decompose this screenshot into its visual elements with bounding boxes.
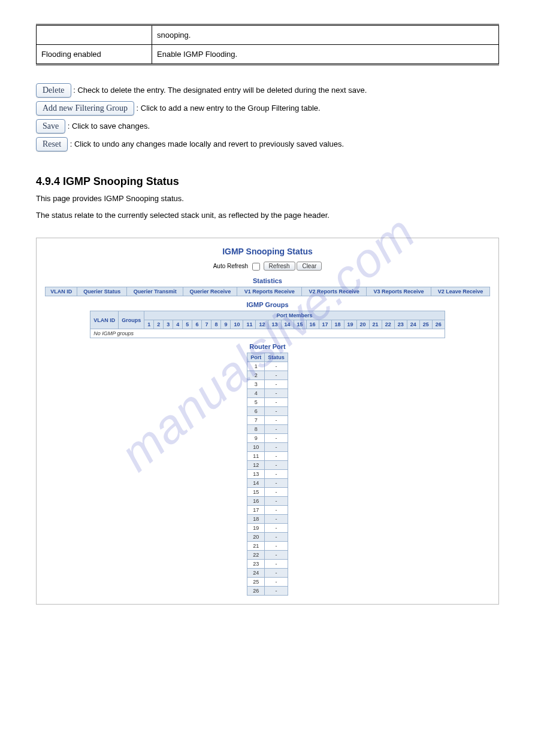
stats-subhead: Statistics [45,277,490,284]
stats-header: V3 Reports Receive [367,287,431,296]
rp-port-cell: 17 [247,506,265,515]
port-number-header: 18 [331,320,344,329]
stats-header: Querier Transmit [127,287,183,296]
cell-r2c1: Flooding enabled [37,45,152,65]
port-number-header: 2 [154,320,164,329]
igmp-status-screenshot: IGMP Snooping Status Auto Refresh Refres… [36,238,499,605]
port-number-header: 22 [382,320,394,329]
port-number-header: 21 [369,320,382,329]
port-number-header: 5 [183,320,192,329]
rp-status-cell: - [265,452,288,461]
add-desc: : Click to add a new entry to the Group … [137,104,321,113]
no-igmp-groups: No IGMP groups [90,329,445,338]
port-number-header: 26 [432,320,445,329]
stats-header: V2 Reports Receive [302,287,367,296]
section-heading: 4.9.4 IGMP Snooping Status [36,175,499,188]
rp-status-cell: - [265,407,288,416]
rp-status-cell: - [265,551,288,560]
port-number-header: 3 [164,320,173,329]
rp-port-cell: 9 [247,434,265,443]
refresh-button[interactable]: Refresh [264,262,295,271]
rp-port-cell: 8 [247,425,265,434]
rp-status-cell: - [265,524,288,533]
groups-subhead: IGMP Groups [45,301,490,308]
cell-r1c2: snooping. [152,25,499,45]
rp-status-cell: - [265,479,288,488]
cell-r2c2: Enable IGMP Flooding. [152,45,499,65]
port-number-header: 12 [256,320,268,329]
port-number-header: 6 [192,320,202,329]
rp-status-cell: - [265,461,288,470]
section-body-1: This page provides IGMP Snooping status. [36,193,499,205]
auto-refresh-checkbox[interactable] [252,263,260,271]
port-members-span: Port Members [144,311,445,320]
delete-button[interactable]: Delete [36,83,71,98]
reset-desc: : Click to undo any changes made locally… [70,139,344,148]
ss-title: IGMP Snooping Status [45,247,490,256]
port-number-header: 14 [281,320,294,329]
rp-status-cell: - [265,587,288,596]
rp-status-cell: - [265,362,288,371]
rp-port-cell: 18 [247,515,265,524]
rp-status-cell: - [265,398,288,407]
rp-status-cell: - [265,389,288,398]
rp-port-cell: 3 [247,380,265,389]
rp-port-cell: 10 [247,443,265,452]
port-number-header: 1 [144,320,154,329]
groups-h-vlan: VLAN ID [90,311,119,329]
port-number-header: 20 [356,320,369,329]
save-button[interactable]: Save [36,119,65,133]
port-number-header: 15 [294,320,306,329]
rp-h-status: Status [265,353,288,362]
port-number-header: 23 [394,320,407,329]
rp-port-cell: 4 [247,389,265,398]
rp-status-cell: - [265,434,288,443]
stats-header: V2 Leave Receive [431,287,489,296]
router-port-subhead: Router Port [45,343,490,350]
rp-status-cell: - [265,515,288,524]
port-number-header: 7 [202,320,211,329]
rp-port-cell: 21 [247,542,265,551]
rp-port-cell: 25 [247,578,265,587]
auto-refresh-label: Auto Refresh [213,263,248,269]
delete-desc: : Check to delete the entry. The designa… [73,86,367,95]
groups-table: VLAN ID Groups Port Members 123456789101… [90,311,445,338]
rp-port-cell: 12 [247,461,265,470]
section-body-2: The status relate to the currently selec… [36,210,499,221]
stats-header: V1 Reports Receive [237,287,302,296]
rp-port-cell: 24 [247,569,265,578]
rp-status-cell: - [265,560,288,569]
router-port-table: Port Status 1-2-3-4-5-6-7-8-9-10-11-12-1… [247,353,288,596]
stats-header: VLAN ID [46,287,77,296]
add-filtering-group-button[interactable]: Add new Filtering Group [36,101,134,116]
rp-port-cell: 1 [247,362,265,371]
rp-port-cell: 20 [247,533,265,542]
port-number-header: 11 [243,320,256,329]
rp-status-cell: - [265,488,288,497]
port-number-header: 25 [419,320,432,329]
port-number-header: 16 [306,320,319,329]
rp-port-cell: 14 [247,479,265,488]
rp-port-cell: 2 [247,371,265,380]
rp-port-cell: 22 [247,551,265,560]
rp-status-cell: - [265,371,288,380]
rp-status-cell: - [265,578,288,587]
cell-r1c1 [37,25,152,45]
clear-button[interactable]: Clear [297,262,322,271]
stats-header: Querier Status [77,287,127,296]
rp-port-cell: 13 [247,470,265,479]
rp-port-cell: 23 [247,560,265,569]
rp-status-cell: - [265,470,288,479]
port-number-header: 17 [319,320,331,329]
save-desc: : Click to save changes. [68,122,150,130]
stats-header: Querier Receive [183,287,237,296]
rp-port-cell: 5 [247,398,265,407]
rp-port-cell: 16 [247,497,265,506]
rp-port-cell: 6 [247,407,265,416]
port-number-header: 4 [173,320,183,329]
rp-port-cell: 7 [247,416,265,425]
port-number-header: 8 [211,320,221,329]
port-number-header: 10 [231,320,243,329]
port-number-header: 13 [268,320,281,329]
reset-button[interactable]: Reset [36,137,68,151]
